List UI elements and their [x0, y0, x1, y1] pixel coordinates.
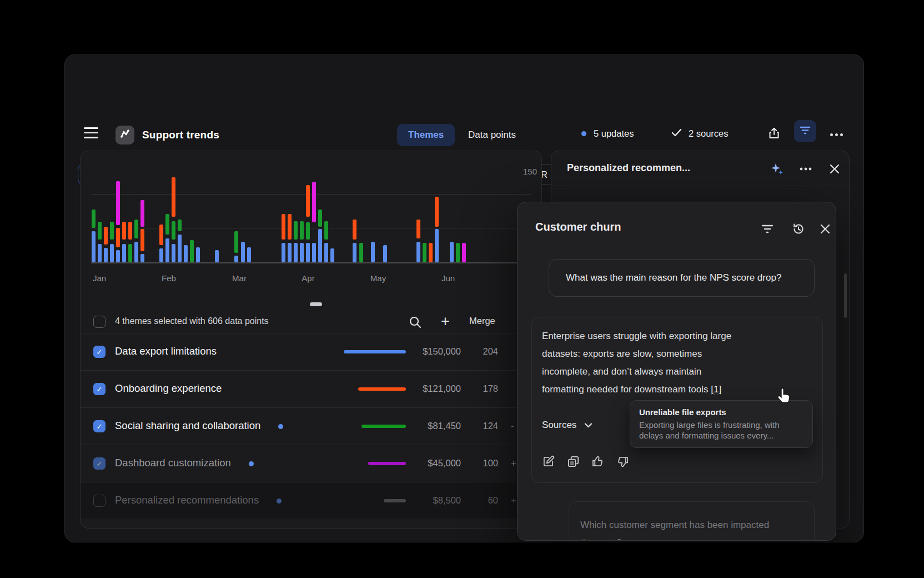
resize-handle[interactable] [310, 302, 322, 306]
bar-segment-dashboard [462, 243, 466, 262]
bar-segment-social [128, 244, 132, 262]
sources-dropdown[interactable]: Sources [542, 416, 592, 434]
month-label-jan: Jan [93, 273, 106, 283]
bar-segment-social [134, 220, 138, 238]
history-icon[interactable] [791, 221, 806, 237]
sources-label: 2 sources [689, 128, 729, 139]
bar-segment-social [178, 220, 182, 231]
thumbs-down-icon[interactable] [616, 455, 630, 469]
bar-segment-onboarding [159, 225, 163, 245]
bar-segment-data [178, 235, 182, 262]
bar-segment-data [215, 250, 219, 262]
bar-segment-social [294, 221, 298, 240]
update-dot-icon [249, 461, 254, 466]
bar-segment-social [324, 221, 328, 240]
answer-line-text: formatting needed for downstream tools [542, 384, 709, 395]
theme-row-social-sharing[interactable]: ✓ Social sharing and collaboration $81,4… [81, 407, 541, 444]
tooltip-body-line: Exporting large files is frustrating, wi… [639, 420, 804, 430]
panel-more-options-icon[interactable] [798, 161, 813, 177]
panel-close-icon[interactable] [827, 161, 842, 177]
gridline-50 [91, 228, 532, 228]
tooltip-title: Unreliable file exports [639, 407, 804, 417]
bar-segment-onboarding [416, 220, 420, 238]
answer-line: incomplete, and don’t always maintain [542, 366, 701, 377]
bar-segment-onboarding [104, 227, 108, 245]
theme-row-personalized-recommendations[interactable]: Personalized recommendations $8,500 60 + [81, 482, 541, 519]
bar-segment-social [456, 243, 460, 262]
bar-segment-data [416, 242, 420, 262]
bar-segment-data [318, 229, 322, 262]
theme-title: Dashboard customization [115, 457, 231, 469]
search-themes-button[interactable] [408, 315, 423, 330]
modal-filter-icon[interactable] [760, 221, 775, 237]
update-dot-icon [278, 424, 283, 429]
updates-label: 5 updates [594, 128, 634, 139]
bar-segment-onboarding [282, 214, 285, 240]
theme-color-line [361, 425, 406, 428]
panel-scrollbar[interactable] [844, 273, 847, 318]
select-all-checkbox[interactable] [93, 316, 106, 328]
share-button[interactable] [766, 126, 782, 143]
answer-line-with-citation: formatting needed for downstream tools [… [542, 384, 721, 395]
citation-link-1[interactable]: [1] [711, 384, 721, 395]
theme-row-data-export[interactable]: ✓ Data export limitations $150,000 204 [81, 333, 541, 370]
next-question-line: Which customer segment has been impacted [580, 516, 803, 534]
bar-segment-data [294, 243, 298, 262]
bar-segment-data [371, 242, 375, 262]
bar-segment-onboarding [435, 197, 439, 226]
merge-button[interactable]: Merge [469, 316, 495, 326]
theme-arr-value: $45,000 [428, 458, 461, 469]
bar-segment-data [247, 247, 251, 262]
bar-segment-data [234, 256, 238, 262]
sparkle-ai-icon[interactable] [769, 161, 785, 177]
modal-close-icon[interactable] [817, 221, 833, 237]
bar-segment-dashboard [312, 182, 316, 222]
bar-segment-data [324, 243, 328, 262]
tab-themes[interactable]: Themes [397, 124, 455, 146]
theme-title: Onboarding experience [115, 382, 222, 395]
month-label-mar: Mar [232, 273, 247, 283]
panel-header-divider [551, 186, 849, 186]
add-theme-button[interactable]: + [438, 313, 453, 330]
bar-segment-data [184, 245, 188, 262]
updates-dot-icon [581, 131, 586, 136]
theme-arr-value: $121,000 [423, 383, 461, 394]
sources-chip[interactable]: 2 sources [671, 128, 729, 139]
bar-segment-data [306, 243, 310, 262]
row-checkbox[interactable]: ✓ [93, 420, 106, 432]
row-checkbox[interactable]: ✓ [93, 457, 106, 470]
bar-segment-onboarding [288, 214, 292, 240]
copy-icon[interactable] [567, 455, 580, 469]
bar-segment-data [435, 229, 439, 262]
theme-row-onboarding[interactable]: ✓ Onboarding experience $121,000 178 [81, 370, 541, 407]
theme-count: 60 [488, 495, 498, 506]
edit-response-icon[interactable] [542, 455, 555, 469]
tooltip-body-line: delays and formatting issues every... [639, 431, 804, 440]
user-question-bubble: What was the main reason for the NPS sco… [549, 259, 815, 297]
row-checkbox[interactable]: ✓ [93, 346, 106, 358]
app-frame: Support trends Themes Data points 5 upda… [64, 54, 864, 542]
bar-segment-social [172, 221, 175, 240]
row-checkbox[interactable] [93, 495, 106, 507]
tab-data-points[interactable]: Data points [457, 124, 527, 146]
check-icon [671, 128, 682, 139]
filter-button-active[interactable] [794, 120, 816, 142]
bar-segment-social [165, 214, 169, 235]
hamburger-menu-icon[interactable] [84, 127, 98, 138]
updates-chip[interactable]: 5 updates [581, 128, 634, 139]
theme-title: Data export limitations [115, 345, 217, 357]
row-checkbox[interactable]: ✓ [93, 383, 106, 395]
bar-segment-data [383, 245, 387, 262]
bar-segment-dashboard [116, 181, 120, 225]
bar-segment-data [312, 243, 316, 262]
theme-arr-value: $81,450 [428, 421, 461, 431]
bar-segment-data [134, 242, 138, 262]
bar-segment-data [330, 248, 334, 262]
thumbs-up-icon[interactable] [591, 455, 605, 469]
theme-row-dashboard-customization[interactable]: ✓ Dashboard customization $45,000 100 + [81, 445, 541, 481]
next-question-bubble[interactable]: Which customer segment has been impacted… [569, 501, 815, 541]
more-options-button[interactable] [827, 126, 846, 143]
bar-segment-social [234, 231, 238, 252]
update-dot-icon [277, 499, 282, 504]
theme-trend-clipped: + [511, 495, 516, 506]
